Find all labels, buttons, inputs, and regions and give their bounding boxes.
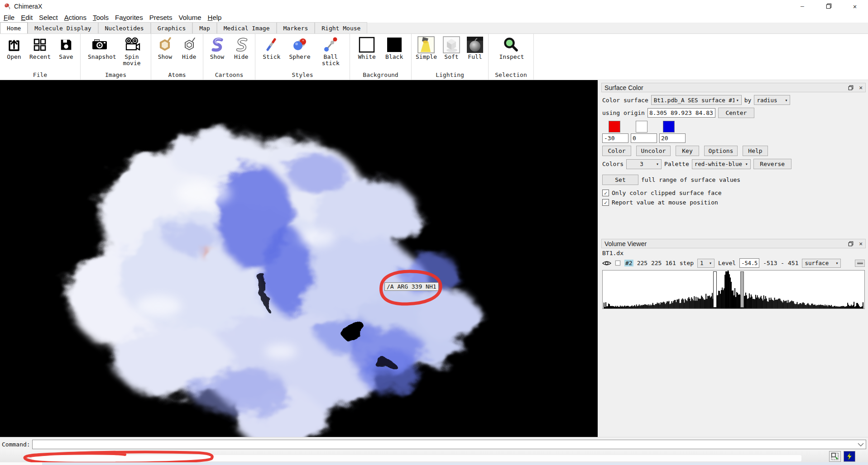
volume-histogram[interactable]	[602, 270, 865, 309]
menu-tools[interactable]: Tools	[90, 14, 112, 21]
by-select[interactable]: radius ▾	[754, 95, 790, 105]
report-value-checkbox[interactable]: ✓	[602, 199, 609, 206]
restore-button[interactable]	[815, 0, 842, 12]
spin-movie-button[interactable]: Spin movie	[119, 35, 145, 67]
tab-home[interactable]: Home	[0, 22, 28, 33]
viewport-3d[interactable]: /A ARG 339 NH1	[0, 80, 598, 437]
set-button[interactable]: Set	[602, 175, 638, 185]
ball-stick-style-button[interactable]: Ball stick	[317, 35, 344, 67]
red-color-swatch[interactable]	[609, 121, 620, 133]
toolbar-button-label: Recent	[29, 54, 51, 60]
set-range-text: full range of surface values	[641, 176, 740, 183]
options-button[interactable]: Options	[704, 146, 738, 156]
cartoons-hide-button[interactable]: Hide	[231, 35, 252, 61]
menu-edit[interactable]: Edit	[18, 14, 36, 21]
tab-map[interactable]: Map	[192, 22, 216, 33]
threshold-input-3[interactable]: 20	[659, 133, 686, 143]
origin-input[interactable]: 8.305 89.923 84.83	[647, 108, 715, 118]
button-label: Reverse	[760, 161, 785, 167]
tab-molecule-display[interactable]: Molecule Display	[28, 22, 98, 33]
menu-file[interactable]: File	[0, 14, 18, 21]
float-panel-icon[interactable]	[848, 241, 854, 247]
menu-label-part: ctions	[69, 14, 86, 21]
volume-viewer-header[interactable]: Volume Viewer ✕	[601, 239, 866, 248]
full-lighting-icon	[466, 36, 484, 54]
help-button[interactable]: Help	[743, 146, 768, 156]
step-select[interactable]: 1 ▾	[697, 259, 715, 268]
color-button[interactable]: Color	[602, 146, 631, 156]
stick-style-button[interactable]: Stick	[261, 35, 282, 61]
tab-graphics[interactable]: Graphics	[151, 22, 193, 33]
simple-lighting-button[interactable]: Simple	[414, 35, 438, 61]
chevron-down-icon: ▾	[745, 161, 748, 166]
menu-label-part: F	[4, 14, 8, 21]
command-input[interactable]	[32, 440, 866, 449]
soft-lighting-button[interactable]: Soft	[441, 35, 462, 61]
threshold-marker-gray[interactable]	[740, 271, 744, 308]
white-background-button[interactable]: White	[356, 35, 377, 61]
close-panel-icon[interactable]: ✕	[859, 84, 863, 91]
palette-select[interactable]: red-white-blue ▾	[692, 159, 751, 169]
colors-count-select[interactable]: 3 ▾	[626, 159, 662, 169]
menu-select[interactable]: Select	[36, 14, 61, 21]
toolbar-section-selection: Inspect Selection	[489, 34, 534, 80]
window-title: ChimeraX	[14, 3, 42, 10]
atoms-show-button[interactable]: Show	[154, 35, 175, 61]
close-button[interactable]: ✕	[842, 0, 868, 12]
uncolor-button[interactable]: Uncolor	[636, 146, 671, 156]
clipped-face-checkbox[interactable]: ✓	[602, 190, 609, 196]
menu-bar: File Edit Select Actions Tools Favorites…	[0, 12, 868, 23]
recent-button[interactable]: Recent	[28, 35, 52, 61]
surface-select[interactable]: Bt1.pdb_A SES surface #1.1 ▾	[651, 95, 742, 105]
tab-right-mouse[interactable]: Right Mouse	[315, 22, 367, 33]
level-line-marker[interactable]	[728, 270, 729, 308]
menu-presets[interactable]: Presets	[146, 14, 176, 21]
snapshot-button[interactable]: Snapshot	[86, 35, 113, 61]
close-panel-icon[interactable]: ✕	[859, 240, 863, 247]
cartoon-show-icon	[208, 36, 226, 54]
minimize-button[interactable]: —	[789, 0, 815, 12]
menu-volume[interactable]: Volume	[176, 14, 205, 21]
open-button[interactable]: Open	[4, 35, 24, 61]
threshold-marker-white[interactable]	[713, 271, 717, 308]
full-lighting-button[interactable]: Full	[465, 35, 485, 61]
model-id-badge[interactable]: #2	[624, 260, 633, 266]
save-button[interactable]: Save	[56, 35, 77, 61]
plane-icon[interactable]	[615, 260, 621, 266]
reverse-button[interactable]: Reverse	[753, 159, 791, 169]
display-style-select[interactable]: surface ▾	[802, 259, 841, 268]
black-background-button[interactable]: Black	[384, 35, 405, 61]
tab-markers[interactable]: Markers	[277, 22, 315, 33]
fast-mode-button[interactable]	[844, 451, 855, 462]
menu-help[interactable]: Help	[205, 14, 225, 21]
sphere-style-button[interactable]: Sphere	[288, 35, 312, 61]
combo-value: radius	[757, 97, 777, 104]
level-input[interactable]: -54.5	[739, 258, 759, 268]
white-color-swatch[interactable]	[636, 121, 647, 133]
blue-color-swatch[interactable]	[663, 121, 675, 133]
button-label: Options	[709, 147, 734, 154]
level-label: Level	[718, 260, 736, 266]
surface-color-header[interactable]: Surface Color ✕	[601, 83, 866, 92]
float-panel-icon[interactable]	[848, 85, 854, 90]
eye-icon[interactable]	[602, 260, 611, 266]
menu-actions[interactable]: Actions	[61, 14, 90, 21]
inspect-button[interactable]: Inspect	[498, 35, 524, 61]
key-button[interactable]: Key	[676, 146, 699, 156]
atoms-hide-button[interactable]: Hide	[179, 35, 200, 61]
cartoons-show-button[interactable]: Show	[206, 35, 227, 61]
threshold-input-1[interactable]: -30	[602, 133, 628, 143]
tab-medical-image[interactable]: Medical Image	[217, 22, 277, 33]
report-value-label: Report value at mouse position	[612, 199, 718, 206]
toolbar-button-label: Ball stick	[319, 54, 342, 66]
center-button[interactable]: Center	[718, 108, 754, 118]
button-label: Uncolor	[641, 147, 666, 154]
tab-nucleotides[interactable]: Nucleotides	[98, 22, 151, 33]
threshold-input-2[interactable]: 0	[631, 133, 657, 143]
collapse-panel-button[interactable]	[855, 260, 865, 267]
combo-value: surface	[805, 260, 829, 266]
menu-favorites[interactable]: Favorites	[112, 14, 146, 21]
command-history-chevron-icon[interactable]	[858, 442, 864, 446]
select-rectangle-button[interactable]	[829, 451, 841, 462]
toolbar-button-label: Spin movie	[120, 54, 144, 66]
